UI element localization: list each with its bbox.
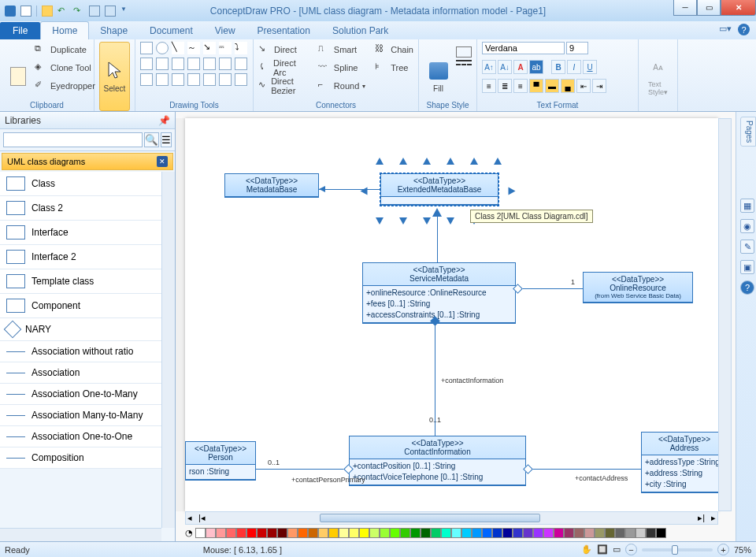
qat-save-icon[interactable] (20, 6, 32, 17)
smart-button[interactable]: ⎍Smart (318, 42, 365, 58)
qat-undo-icon[interactable]: ↶ (57, 6, 69, 17)
color-swatch[interactable] (226, 528, 236, 538)
color-swatch[interactable] (564, 528, 574, 538)
zoom-slider[interactable] (642, 548, 713, 551)
color-swatch[interactable] (236, 528, 246, 538)
align-middle-icon[interactable]: ▬ (545, 79, 559, 93)
search-button[interactable]: 🔍 (144, 132, 159, 147)
pan-icon[interactable]: ✋ (581, 544, 592, 555)
uml-metadatabase[interactable]: <<DataType>>MetadataBase (224, 173, 319, 198)
library-hscroll[interactable] (0, 528, 161, 541)
clone-tool-button[interactable]: ◈Clone Tool (35, 60, 95, 76)
list-item[interactable]: Class (0, 172, 175, 196)
color-swatch[interactable] (287, 528, 298, 538)
increase-font-icon[interactable]: A↑ (482, 60, 496, 74)
tab-presentation[interactable]: Presentation (246, 22, 321, 39)
color-bar[interactable]: ◔ (185, 526, 718, 540)
color-swatch[interactable] (421, 528, 431, 538)
color-swatch[interactable] (625, 528, 636, 538)
close-library-icon[interactable]: ✕ (157, 156, 168, 167)
list-item[interactable]: Class 2 (0, 196, 175, 221)
color-swatch[interactable] (298, 528, 308, 538)
list-item[interactable]: Template class (0, 269, 175, 294)
file-tab[interactable]: File (0, 22, 40, 39)
list-item[interactable]: Composition (0, 447, 175, 469)
list-item[interactable]: Association without ratio (0, 341, 175, 362)
color-swatch[interactable] (277, 528, 287, 538)
color-swatch[interactable] (410, 528, 421, 538)
color-swatch[interactable] (349, 528, 359, 538)
list-item[interactable]: Interface (0, 221, 175, 245)
uml-address[interactable]: <<DataType>>Address +addressType :String… (641, 432, 718, 493)
canvas-vscroll[interactable] (718, 118, 732, 511)
direct-button[interactable]: ↘Direct (258, 42, 309, 58)
tree-button[interactable]: ⊧Tree (375, 60, 413, 76)
color-swatch[interactable] (461, 528, 472, 538)
uml-person[interactable]: <<DataType>>Person rson :String (185, 441, 256, 481)
color-swatch[interactable] (380, 528, 390, 538)
list-item[interactable]: Association Many-to-Many (0, 405, 175, 426)
zoom-out-button[interactable]: − (625, 544, 637, 555)
color-swatch[interactable] (195, 528, 206, 538)
side-icon-1[interactable]: ▦ (740, 199, 754, 213)
color-swatch[interactable] (441, 528, 451, 538)
tab-home[interactable]: Home (40, 21, 89, 39)
bold-button[interactable]: B (551, 60, 565, 74)
color-swatch[interactable] (584, 528, 595, 538)
duplicate-button[interactable]: ⧉Duplicate (35, 42, 95, 58)
side-icon-3[interactable]: ✎ (740, 240, 754, 254)
color-swatch[interactable] (216, 528, 226, 538)
uml-extended-metadatabase[interactable]: <<DataType>>ExtendedMetadataBase (380, 173, 498, 206)
list-item[interactable]: Association One-to-One (0, 426, 175, 447)
pick-color-icon[interactable]: ◔ (185, 528, 193, 538)
color-swatch[interactable] (523, 528, 533, 538)
tab-document[interactable]: Document (139, 22, 204, 39)
color-swatch[interactable] (492, 528, 502, 538)
color-swatch[interactable] (390, 528, 400, 538)
list-item[interactable]: Association (0, 362, 175, 384)
color-swatch[interactable] (369, 528, 380, 538)
color-swatch[interactable] (472, 528, 482, 538)
color-swatch[interactable] (318, 528, 328, 538)
line-weight-icon[interactable] (456, 60, 472, 61)
zoom-page-icon[interactable]: ▭ (613, 544, 621, 555)
minimize-button[interactable]: ─ (673, 0, 697, 16)
font-color-icon[interactable]: A (513, 60, 528, 74)
list-item[interactable]: Component (0, 294, 175, 318)
side-icon-2[interactable]: ◉ (740, 219, 754, 233)
color-swatch[interactable] (636, 528, 646, 538)
round-button[interactable]: ⌐Round▾ (318, 78, 365, 94)
font-size-input[interactable] (566, 42, 588, 54)
list-item[interactable]: Interface 2 (0, 245, 175, 269)
pin-icon[interactable]: 📌 (158, 115, 170, 126)
color-swatch[interactable] (339, 528, 349, 538)
line-dash-icon[interactable] (456, 64, 472, 65)
tab-solution-park[interactable]: Solution Park (321, 22, 399, 39)
chain-button[interactable]: ⛓Chain (375, 42, 413, 58)
select-button[interactable]: Select (99, 42, 130, 111)
underline-button[interactable]: U (583, 60, 597, 74)
line-style-icon[interactable] (456, 46, 472, 58)
color-swatch[interactable] (400, 528, 410, 538)
color-swatch[interactable] (533, 528, 543, 538)
color-swatch[interactable] (267, 528, 277, 538)
spline-button[interactable]: 〰Spline (318, 60, 365, 76)
color-swatch[interactable] (595, 528, 605, 538)
list-item[interactable]: NARY (0, 318, 175, 341)
direct-arc-button[interactable]: ⤹Direct Arc (258, 60, 309, 76)
font-family-input[interactable] (482, 42, 565, 54)
color-swatch[interactable] (359, 528, 369, 538)
uml-online-resource[interactable]: <<DataType>>OnlineResource(from Web Serv… (583, 272, 693, 303)
indent-left-icon[interactable]: ⇤ (576, 79, 591, 93)
align-center-icon[interactable]: ≣ (498, 79, 512, 93)
color-swatch[interactable] (502, 528, 513, 538)
color-swatch[interactable] (257, 528, 267, 538)
list-item[interactable]: Association One-to-Many (0, 384, 175, 405)
search-options-button[interactable]: ☰ (161, 132, 172, 147)
color-swatch[interactable] (206, 528, 216, 538)
indent-right-icon[interactable]: ⇥ (592, 79, 606, 93)
library-search-input[interactable] (3, 132, 143, 147)
color-swatch[interactable] (482, 528, 492, 538)
qat-paste-icon[interactable] (105, 6, 116, 17)
direct-bezier-button[interactable]: ∿Direct Bezier (258, 78, 309, 94)
